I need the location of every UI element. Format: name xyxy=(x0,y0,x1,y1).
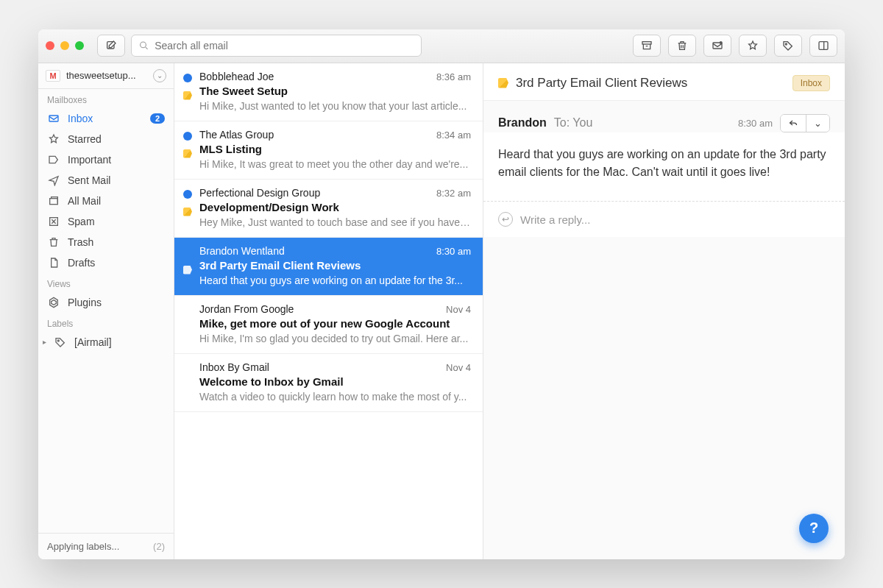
reader-to: To: You xyxy=(554,116,593,130)
message-item[interactable]: Brandon Wentland8:30 am3rd Party Email C… xyxy=(174,238,483,296)
window-controls xyxy=(46,41,84,50)
sidebar-item-all-mail[interactable]: All Mail xyxy=(38,191,174,211)
search-input[interactable] xyxy=(155,40,414,52)
message-subject: MLS Listing xyxy=(199,143,471,155)
drafts-icon xyxy=(47,257,60,269)
help-button[interactable]: ? xyxy=(799,514,829,543)
sidebar-item-label: Plugins xyxy=(68,297,102,308)
reader-subject: 3rd Party Email Client Reviews xyxy=(516,76,785,91)
sidebar-item-sent[interactable]: Sent Mail xyxy=(38,170,174,191)
sidebar-item-inbox[interactable]: Inbox 2 xyxy=(38,108,174,129)
minimize-window-button[interactable] xyxy=(60,41,69,50)
sidebar-item-important[interactable]: Important xyxy=(38,149,174,170)
message-item[interactable]: Perfectional Design Group8:32 amDevelopm… xyxy=(174,180,483,238)
message-time: Nov 4 xyxy=(446,362,471,373)
message-sender: Brandon Wentland xyxy=(199,245,285,257)
message-time: Nov 4 xyxy=(446,304,471,315)
chevron-down-icon[interactable]: ⌄ xyxy=(153,69,166,82)
svg-point-5 xyxy=(785,43,787,45)
status-count: (2) xyxy=(153,541,165,552)
svg-rect-7 xyxy=(49,116,58,121)
sidebar-item-label: [Airmail] xyxy=(74,336,112,348)
message-subject: Mike, get more out of your new Google Ac… xyxy=(199,317,471,330)
account-name: thesweetsetup... xyxy=(66,70,147,81)
svg-point-1 xyxy=(141,42,146,48)
section-mailboxes: Mailboxes xyxy=(38,89,174,108)
sidebar-item-label: Drafts xyxy=(68,257,95,269)
sidebar-item-label: Starred xyxy=(68,133,102,145)
sidebar-item-label: Inbox xyxy=(68,113,93,124)
message-subject: 3rd Party Email Client Reviews xyxy=(199,259,471,272)
sidebar-item-label: Sent Mail xyxy=(68,174,110,186)
inbox-icon xyxy=(47,113,60,124)
important-icon xyxy=(47,154,60,166)
reader-meta: Brandon To: You 8:30 am ⌄ xyxy=(498,114,830,132)
reader-pane: 3rd Party Email Client Reviews Inbox Bra… xyxy=(483,63,845,559)
unread-dot-icon xyxy=(183,190,192,199)
sidebar-item-plugins[interactable]: Plugins xyxy=(38,292,174,313)
message-sender: The Atlas Group xyxy=(199,129,274,141)
search-bar[interactable] xyxy=(131,35,422,57)
tag-icon xyxy=(183,149,192,158)
reply-menu-button[interactable]: ⌄ xyxy=(806,115,829,132)
maximize-window-button[interactable] xyxy=(75,41,84,50)
compose-button[interactable] xyxy=(97,35,125,57)
message-preview: Hi Mike, Just wanted to let you know tha… xyxy=(199,100,471,112)
sidebar-item-spam[interactable]: Spam xyxy=(38,211,174,232)
account-selector[interactable]: M thesweetsetup... ⌄ xyxy=(38,63,174,89)
section-views: Views xyxy=(38,273,174,292)
status-text: Applying labels... xyxy=(47,541,119,552)
delete-button[interactable] xyxy=(668,35,696,57)
sidebar-item-drafts[interactable]: Drafts xyxy=(38,252,174,273)
reply-icon: ↩ xyxy=(498,212,513,227)
message-sender: Bobblehead Joe xyxy=(199,71,274,82)
reader-label-badge[interactable]: Inbox xyxy=(792,75,830,91)
message-preview: Hi Mike, It was great to meet you the ot… xyxy=(199,158,471,170)
message-subject: The Sweet Setup xyxy=(199,85,471,97)
mark-read-button[interactable] xyxy=(703,35,731,57)
unread-dot-icon xyxy=(183,132,192,141)
tag-icon xyxy=(183,266,192,274)
sidebar-item-airmail[interactable]: ▸ [Airmail] xyxy=(38,332,174,353)
svg-rect-8 xyxy=(50,198,58,204)
star-button[interactable] xyxy=(739,35,767,57)
expand-triangle-icon[interactable]: ▸ xyxy=(43,338,46,346)
message-sender: Perfectional Design Group xyxy=(199,187,320,199)
reply-placeholder: Write a reply... xyxy=(520,213,590,226)
message-item[interactable]: The Atlas Group8:34 amMLS ListingHi Mike… xyxy=(174,121,483,180)
star-icon xyxy=(47,133,60,145)
svg-point-10 xyxy=(57,340,59,341)
message-item[interactable]: Inbox By GmailNov 4Welcome to Inbox by G… xyxy=(174,354,483,412)
archive-button[interactable] xyxy=(633,35,661,57)
sent-icon xyxy=(47,174,60,186)
svg-point-4 xyxy=(720,41,723,44)
toggle-layout-button[interactable] xyxy=(809,35,837,57)
message-subject: Development/Design Work xyxy=(199,201,471,213)
spam-icon xyxy=(47,216,60,227)
message-item[interactable]: Jordan From GoogleNov 4Mike, get more ou… xyxy=(174,296,483,354)
sidebar-item-starred[interactable]: Starred xyxy=(38,129,174,149)
message-time: 8:36 am xyxy=(436,71,471,82)
reply-button[interactable] xyxy=(781,115,806,132)
reader-header: 3rd Party Email Client Reviews Inbox xyxy=(483,63,845,101)
reader-time: 8:30 am xyxy=(738,118,773,129)
close-window-button[interactable] xyxy=(46,41,54,50)
reader-from: Brandon xyxy=(498,116,547,130)
sidebar-item-trash[interactable]: Trash xyxy=(38,232,174,252)
message-time: 8:34 am xyxy=(436,130,471,141)
message-preview: Watch a video to quickly learn how to ma… xyxy=(199,391,471,403)
sidebar-item-label: Spam xyxy=(68,216,95,227)
tag-button[interactable] xyxy=(774,35,802,57)
message-preview: Hi Mike, I'm so glad you decided to try … xyxy=(199,333,471,344)
reply-box[interactable]: ↩ Write a reply... xyxy=(483,202,845,237)
allmail-icon xyxy=(47,195,60,207)
message-item[interactable]: Bobblehead Joe8:36 amThe Sweet SetupHi M… xyxy=(174,63,483,121)
reader-body: Heard that you guys are working on an up… xyxy=(483,132,845,202)
sidebar-item-label: Important xyxy=(68,154,111,166)
inbox-badge: 2 xyxy=(150,113,165,124)
toolbar-actions xyxy=(633,35,837,57)
status-bar: Applying labels... (2) xyxy=(38,533,174,559)
unread-dot-icon xyxy=(183,74,192,82)
app-window: M thesweetsetup... ⌄ Mailboxes Inbox 2 S… xyxy=(38,29,845,559)
trash-icon xyxy=(47,236,60,248)
